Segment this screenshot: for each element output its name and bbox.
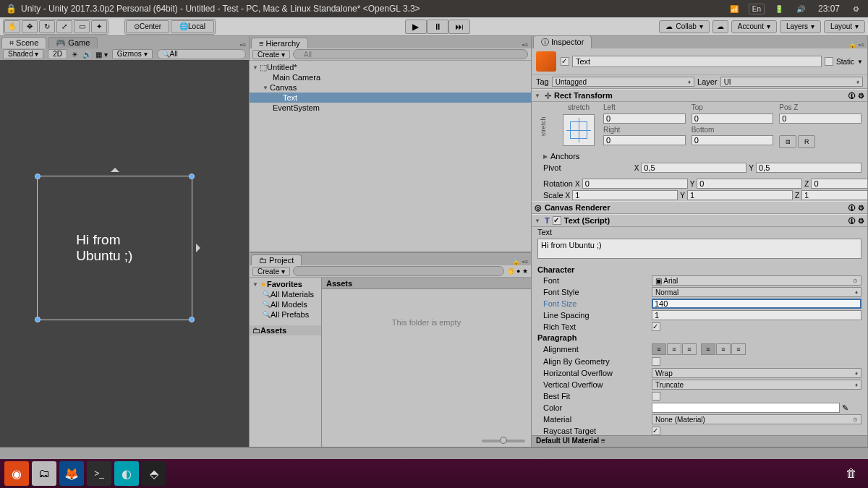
text-content-input[interactable]: Hi from Ubuntu ;) (537, 239, 861, 259)
component-menu[interactable]: 🛈 ⚙ (848, 92, 864, 100)
collab-button[interactable]: ☁Collab▾ (659, 20, 709, 33)
color-picker[interactable] (652, 403, 840, 413)
font-picker[interactable]: ▣ Arial⊙ (652, 275, 861, 286)
scale-y[interactable] (687, 190, 793, 200)
speaker-icon[interactable]: 🔊 (793, 4, 808, 14)
static-checkbox[interactable] (825, 57, 833, 66)
text-script-header[interactable]: ▼TText (Script)🛈 ⚙ (532, 214, 867, 227)
local-button[interactable]: 🌐 Local (171, 20, 214, 33)
create-dropdown[interactable]: Create ▾ (252, 267, 290, 276)
panel-options[interactable]: 🔒 ▪≡ (846, 41, 867, 48)
tab-game[interactable]: 🎮 Game (48, 37, 98, 48)
tab-hierarchy[interactable]: ≡ Hierarchy (251, 38, 308, 48)
selection-rect[interactable]: Hi from Ubuntu ;) (37, 176, 192, 320)
font-style-dropdown[interactable]: Normal♦ (652, 287, 861, 297)
rect-tool[interactable]: ▭ (74, 20, 90, 33)
line-spacing-input[interactable] (652, 310, 861, 320)
tab-inspector[interactable]: ⓘ Inspector (533, 36, 592, 48)
rotate-tool[interactable]: ↻ (39, 20, 55, 33)
bottom-input[interactable] (692, 135, 774, 145)
layer-dropdown[interactable]: UI♦ (720, 77, 863, 87)
play-button[interactable]: ▶ (405, 20, 427, 34)
hierarchy-search[interactable] (293, 49, 528, 59)
scene-search[interactable]: 🔍All (157, 49, 246, 59)
tag-dropdown[interactable]: Untagged♦ (552, 77, 694, 87)
account-button[interactable]: Account▾ (731, 20, 777, 33)
rot-z[interactable] (811, 179, 867, 189)
ubuntu-dash-icon[interactable]: ◉ (4, 461, 29, 486)
posz-input[interactable] (779, 114, 861, 124)
panel-options[interactable]: ▪≡ (519, 41, 531, 48)
h-align[interactable]: ≡≡≡ (652, 343, 697, 355)
gameobject-icon[interactable] (536, 51, 556, 72)
tab-project[interactable]: 🗀 Project (251, 254, 302, 265)
raw-edit-mode[interactable]: R (798, 135, 815, 148)
top-input[interactable] (692, 114, 774, 124)
shaded-dropdown[interactable]: Shaded ▾ (3, 49, 43, 59)
tree-item[interactable]: ▼Canvas (250, 82, 531, 93)
lang-indicator[interactable]: En (749, 4, 765, 14)
rect-transform-header[interactable]: ▼⊹Rect Transform 🛈 ⚙ (532, 89, 867, 102)
center-button[interactable]: ⊙ Center (126, 20, 169, 33)
layout-button[interactable]: Layout▾ (824, 20, 865, 33)
project-search[interactable] (293, 266, 504, 276)
scale-x[interactable] (572, 190, 678, 200)
pivot-y[interactable] (756, 163, 861, 173)
multi-tool[interactable]: ✦ (91, 20, 107, 33)
project-tree[interactable]: ▼★ Favorites 🔍All Materials 🔍All Models … (250, 278, 322, 447)
scale-z[interactable] (801, 190, 867, 200)
canvas-renderer-header[interactable]: ◎Canvas Renderer🛈 ⚙ (532, 201, 867, 214)
unity-icon[interactable]: ⬘ (142, 461, 166, 486)
component-menu[interactable]: 🛈 ⚙ (848, 204, 864, 212)
align-geom-checkbox[interactable] (652, 357, 660, 366)
layers-button[interactable]: Layers▾ (780, 20, 821, 33)
scene-root[interactable]: ▼⬚ Untitled* (250, 62, 531, 72)
wifi-icon[interactable]: 📶 (727, 4, 741, 14)
v-align[interactable]: ≡≡≡ (701, 343, 746, 355)
unity-hub-icon[interactable]: ◐ (114, 461, 139, 486)
clock[interactable]: 23:07 (815, 3, 843, 14)
hoverflow-dropdown[interactable]: Wrap♦ (652, 368, 861, 378)
tree-item[interactable]: Main Camera (250, 72, 531, 82)
text-enabled[interactable] (553, 216, 561, 225)
material-picker[interactable]: None (Material)⊙ (652, 414, 861, 424)
pivot-x[interactable] (641, 163, 746, 173)
move-tool[interactable]: ✥ (22, 20, 38, 33)
step-button[interactable]: ⏭ (448, 20, 470, 34)
rich-text-checkbox[interactable] (652, 322, 660, 331)
left-input[interactable] (603, 114, 686, 124)
project-breadcrumb[interactable]: Assets (322, 278, 531, 289)
right-input[interactable] (603, 135, 686, 145)
rot-x[interactable] (582, 179, 688, 189)
active-checkbox[interactable] (561, 57, 569, 66)
light-icon[interactable]: ☀ (72, 51, 78, 59)
create-dropdown[interactable]: Create ▾ (252, 50, 290, 59)
voverflow-dropdown[interactable]: Truncate♦ (652, 380, 861, 390)
gear-icon[interactable]: ⚙ (850, 4, 862, 14)
project-zoom-slider[interactable] (322, 435, 531, 447)
rot-y[interactable] (697, 179, 802, 189)
blueprint-mode[interactable]: ⊞ (779, 135, 796, 148)
filter-icons[interactable]: 🖐 ● ★ (507, 267, 528, 275)
tree-item-selected[interactable]: Text (250, 93, 531, 103)
audio-icon[interactable]: 🔊 (82, 51, 91, 59)
cloud-button[interactable]: ☁ (712, 20, 728, 33)
anchor-presets[interactable] (563, 114, 595, 146)
firefox-icon[interactable]: 🦊 (59, 461, 84, 486)
terminal-icon[interactable]: >_ (87, 461, 111, 486)
picture-icon[interactable]: ▦ ▾ (95, 51, 108, 59)
files-icon[interactable]: 🗂 (32, 461, 56, 486)
panel-options[interactable]: ▪≡ (237, 41, 249, 48)
pause-button[interactable]: ⏸ (427, 20, 448, 34)
bestfit-checkbox[interactable] (652, 392, 660, 401)
gameobject-name-input[interactable] (572, 56, 822, 67)
2d-toggle[interactable]: 2D (48, 49, 67, 59)
battery-icon[interactable]: 🔋 (772, 4, 786, 14)
hand-tool[interactable]: ✋ (4, 20, 20, 33)
raycast-checkbox[interactable] (652, 427, 660, 435)
panel-options[interactable]: 🔒 ▪≡ (509, 258, 531, 265)
font-size-input[interactable] (652, 299, 861, 309)
scene-view[interactable]: Hi from Ubuntu ;) (0, 60, 249, 447)
eyedropper-icon[interactable]: ✎ (840, 403, 851, 413)
gizmos-dropdown[interactable]: Gizmos ▾ (112, 49, 153, 59)
